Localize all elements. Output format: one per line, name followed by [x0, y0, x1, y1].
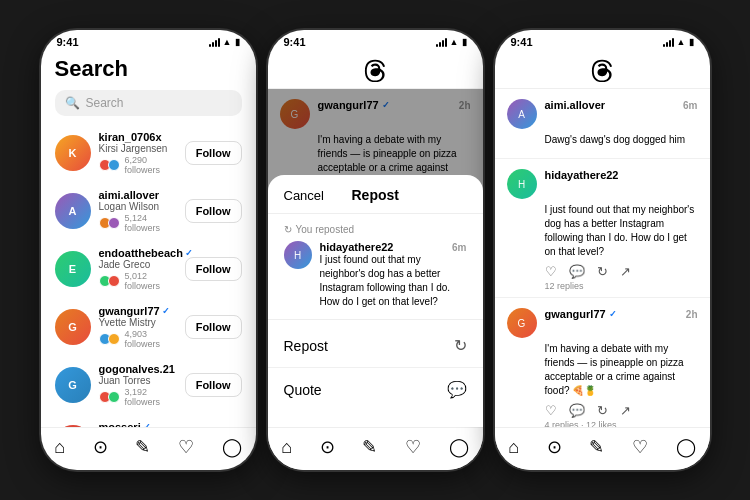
profile-icon[interactable]: ◯ — [449, 436, 469, 458]
phone-3: 9:41 ▲ ▮ A aimi.allover 6m — [495, 30, 710, 470]
quote-action-button[interactable]: Quote 💬 — [268, 368, 483, 411]
share-icon[interactable]: ↗ — [620, 264, 631, 279]
status-icons-2: ▲ ▮ — [436, 37, 467, 47]
preview-text: I just found out that my neighbor's dog … — [320, 253, 467, 309]
followers-row: 3,192 followers — [99, 387, 177, 407]
repost-modal-overlay[interactable]: Cancel Repost ↻ You reposted H — [268, 89, 483, 427]
post-text: Dawg's dawg's dog dogged him — [545, 133, 698, 147]
post: H hidayathere22 I just found out that my… — [495, 159, 710, 298]
repost-action-icon: ↻ — [454, 336, 467, 355]
post-avatar: H — [507, 169, 537, 199]
followers-count: 3,192 followers — [125, 387, 177, 407]
list-item: K kiran_0706x Kirsi Jargensen 6,290 foll… — [41, 124, 256, 182]
post-header: H hidayathere22 — [507, 169, 698, 199]
post-stats: 4 replies · 12 likes — [545, 420, 698, 427]
phone3-content: A aimi.allover 6m Dawg's dawg's dog dogg… — [495, 50, 710, 470]
modal-title: Repost — [352, 187, 399, 203]
feed: G gwangurl77 ✓ 2h I'm having a debate wi… — [268, 89, 483, 427]
followers-row: 6,290 followers — [99, 155, 177, 175]
preview-avatar: H — [284, 241, 312, 269]
user-info: aimi.allover Logan Wilson 5,124 follower… — [99, 189, 177, 233]
modal-actions: Repost ↻ Quote 💬 — [268, 320, 483, 415]
post-username: aimi.allover 6m — [545, 99, 698, 111]
signal-icon — [209, 38, 220, 47]
user-handle: endoatthebeach ✓ — [99, 247, 177, 259]
user-name: Yvette Mistry — [99, 317, 177, 328]
followers-row: 5,124 followers — [99, 213, 177, 233]
you-reposted-label: ↻ You reposted — [284, 224, 467, 235]
follow-button[interactable]: Follow — [185, 141, 242, 165]
reply-icon[interactable]: 💬 — [569, 403, 585, 418]
followers-row: 4,903 followers — [99, 329, 177, 349]
modal-cancel-button[interactable]: Cancel — [284, 188, 324, 203]
user-info: gogonalves.21 Juan Torres 3,192 follower… — [99, 363, 177, 407]
phone1-content: Search 🔍 Search K kiran_0706x Kirsi Jarg… — [41, 50, 256, 470]
heart-icon[interactable]: ♡ — [632, 436, 648, 458]
repost-action-button[interactable]: Repost ↻ — [268, 324, 483, 368]
followers-row: 5,012 followers — [99, 271, 177, 291]
list-item: G gwangurl77 ✓ Yvette Mistry 4,903 follo… — [41, 298, 256, 356]
compose-icon[interactable]: ✎ — [589, 436, 604, 458]
home-icon[interactable]: ⌂ — [281, 437, 292, 458]
like-icon[interactable]: ♡ — [545, 403, 557, 418]
user-handle: kiran_0706x — [99, 131, 177, 143]
home-icon[interactable]: ⌂ — [54, 437, 65, 458]
compose-icon[interactable]: ✎ — [135, 436, 150, 458]
user-name: Juan Torres — [99, 375, 177, 386]
post-header: A aimi.allover 6m — [507, 99, 698, 129]
bottom-nav: ⌂ ⊙ ✎ ♡ ◯ — [41, 427, 256, 470]
post-stats: 12 replies — [545, 281, 698, 291]
status-bar-3: 9:41 ▲ ▮ — [495, 30, 710, 50]
post-avatar: A — [507, 99, 537, 129]
battery-icon: ▮ — [235, 37, 240, 47]
list-item: G gogonalves.21 Juan Torres 3,192 follow… — [41, 356, 256, 414]
search-header: Search 🔍 Search — [41, 50, 256, 124]
user-name: Kirsi Jargensen — [99, 143, 177, 154]
repost-modal-sheet: Cancel Repost ↻ You reposted H — [268, 175, 483, 427]
search-nav-icon[interactable]: ⊙ — [547, 436, 562, 458]
phone3-feed: A aimi.allover 6m Dawg's dawg's dog dogg… — [495, 89, 710, 427]
post: G gwangurl77 ✓ 2h I'm having a debate wi… — [495, 298, 710, 427]
repost-icon[interactable]: ↻ — [597, 403, 608, 418]
post: A aimi.allover 6m Dawg's dawg's dog dogg… — [495, 89, 710, 159]
search-box[interactable]: 🔍 Search — [55, 90, 242, 116]
signal-icon — [436, 38, 447, 47]
post-text: I just found out that my neighbor's dog … — [545, 203, 698, 259]
user-info: gwangurl77 ✓ Yvette Mistry 4,903 followe… — [99, 305, 177, 349]
follow-button[interactable]: Follow — [185, 199, 242, 223]
phone-2: 9:41 ▲ ▮ G gwangurl77 ✓ — [268, 30, 483, 470]
post-username: hidayathere22 — [545, 169, 698, 181]
list-item: A aimi.allover Logan Wilson 5,124 follow… — [41, 182, 256, 240]
search-nav-icon[interactable]: ⊙ — [320, 436, 335, 458]
battery-icon: ▮ — [462, 37, 467, 47]
wifi-icon: ▲ — [223, 37, 232, 47]
status-icons-1: ▲ ▮ — [209, 37, 240, 47]
followers-count: 5,012 followers — [125, 271, 177, 291]
followers-count: 6,290 followers — [125, 155, 177, 175]
search-placeholder: Search — [86, 96, 124, 110]
compose-icon[interactable]: ✎ — [362, 436, 377, 458]
post-meta: hidayathere22 — [545, 169, 698, 181]
threads-header-3 — [495, 50, 710, 89]
avatar: A — [55, 193, 91, 229]
preview-username: hidayathere22 6m — [320, 241, 467, 253]
follow-button[interactable]: Follow — [185, 257, 242, 281]
profile-icon[interactable]: ◯ — [222, 436, 242, 458]
share-icon[interactable]: ↗ — [620, 403, 631, 418]
profile-icon[interactable]: ◯ — [676, 436, 696, 458]
follow-button[interactable]: Follow — [185, 373, 242, 397]
follow-button[interactable]: Follow — [185, 315, 242, 339]
post-time: 2h — [686, 309, 698, 320]
repost-icon[interactable]: ↻ — [597, 264, 608, 279]
verified-badge: ✓ — [162, 306, 170, 316]
page-title: Search — [55, 56, 242, 82]
heart-icon[interactable]: ♡ — [178, 436, 194, 458]
search-nav-icon[interactable]: ⊙ — [93, 436, 108, 458]
home-icon[interactable]: ⌂ — [508, 437, 519, 458]
like-icon[interactable]: ♡ — [545, 264, 557, 279]
reply-icon[interactable]: 💬 — [569, 264, 585, 279]
phone2-content: G gwangurl77 ✓ 2h I'm having a debate wi… — [268, 50, 483, 470]
heart-icon[interactable]: ♡ — [405, 436, 421, 458]
post-meta: aimi.allover 6m — [545, 99, 698, 111]
threads-header — [268, 50, 483, 89]
